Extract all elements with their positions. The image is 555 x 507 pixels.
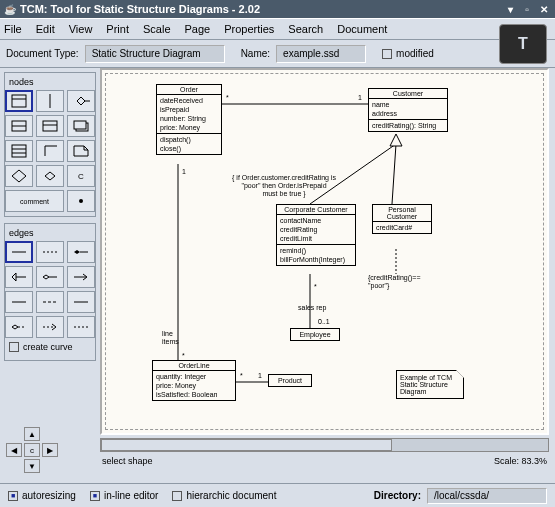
node-tool-diamond-small[interactable] bbox=[36, 165, 64, 187]
nav-left[interactable]: ◀ bbox=[6, 443, 22, 457]
node-tool-box3[interactable] bbox=[5, 140, 33, 162]
node-tool-class[interactable] bbox=[5, 90, 33, 112]
svg-rect-11 bbox=[12, 145, 26, 157]
svg-point-16 bbox=[79, 199, 83, 203]
document-bar: Document Type: Static Structure Diagram … bbox=[0, 40, 555, 68]
node-tool-line[interactable] bbox=[36, 90, 64, 112]
svg-marker-21 bbox=[12, 273, 16, 281]
svg-marker-19 bbox=[74, 250, 80, 254]
svg-marker-40 bbox=[390, 134, 402, 146]
edge-tool-a[interactable] bbox=[5, 291, 33, 313]
uml-class-order[interactable]: Order dateReceived isPrepaid number: Str… bbox=[156, 84, 222, 155]
edge-tool-f[interactable] bbox=[67, 316, 95, 338]
opt-autoresizing[interactable]: autoresizing bbox=[8, 490, 76, 501]
menubar: File Edit View Print Scale Page Properti… bbox=[0, 18, 555, 40]
edge-tool-gen[interactable] bbox=[5, 266, 33, 288]
svg-marker-15 bbox=[45, 172, 55, 180]
uml-class-employee[interactable]: Employee bbox=[290, 328, 340, 341]
uml-note[interactable]: Example of TCM Static Structure Diagram bbox=[396, 370, 464, 399]
node-tool-note[interactable] bbox=[67, 140, 95, 162]
menu-scale[interactable]: Scale bbox=[143, 23, 171, 35]
node-tool-box2[interactable] bbox=[5, 115, 33, 137]
node-tool-c[interactable]: C bbox=[67, 165, 95, 187]
menu-file[interactable]: File bbox=[4, 23, 22, 35]
edge-tool-e[interactable] bbox=[36, 316, 64, 338]
edges-title: edges bbox=[9, 228, 93, 238]
svg-rect-7 bbox=[43, 121, 57, 131]
window-title: TCM: Tool for Static Structure Diagrams … bbox=[20, 3, 260, 15]
bottom-bar: autoresizing in-line editor hierarchic d… bbox=[0, 483, 555, 507]
nodes-title: nodes bbox=[9, 77, 93, 87]
svg-text:1: 1 bbox=[182, 168, 186, 175]
create-curve-label: create curve bbox=[23, 342, 73, 352]
nodes-palette: nodes C comment bbox=[4, 72, 96, 217]
svg-text:1: 1 bbox=[258, 372, 262, 379]
constraint-text[interactable]: { if Order.customer.creditRating is "poo… bbox=[224, 174, 344, 198]
svg-line-39 bbox=[392, 144, 396, 204]
opt-hierarchic[interactable]: hierarchic document bbox=[172, 490, 276, 501]
docname-field[interactable]: example.ssd bbox=[276, 45, 366, 63]
menu-page[interactable]: Page bbox=[185, 23, 211, 35]
diagram-canvas[interactable]: * 1 1 * * 1 bbox=[105, 73, 544, 430]
app-logo: T bbox=[499, 24, 547, 64]
edge-tool-assoc[interactable] bbox=[5, 241, 33, 263]
uml-class-customer[interactable]: Customer name address creditRating(): St… bbox=[368, 88, 448, 132]
modified-checkbox[interactable] bbox=[382, 49, 392, 59]
edge-tool-dep[interactable] bbox=[36, 241, 64, 263]
uml-class-personal[interactable]: Personal Customer creditCard# bbox=[372, 204, 432, 234]
menu-document[interactable]: Document bbox=[337, 23, 387, 35]
horizontal-scrollbar[interactable] bbox=[100, 438, 549, 452]
inline-checkbox[interactable] bbox=[90, 491, 100, 501]
autoresizing-checkbox[interactable] bbox=[8, 491, 18, 501]
menu-print[interactable]: Print bbox=[106, 23, 129, 35]
uml-class-product[interactable]: Product bbox=[268, 374, 312, 387]
minimize-button[interactable]: ▾ bbox=[503, 2, 517, 16]
edge-tool-composite[interactable] bbox=[67, 241, 95, 263]
maximize-button[interactable]: ▫ bbox=[520, 2, 534, 16]
nav-down[interactable]: ▼ bbox=[24, 459, 40, 473]
edge-tool-c[interactable] bbox=[67, 291, 95, 313]
menu-search[interactable]: Search bbox=[288, 23, 323, 35]
create-curve-option[interactable]: create curve bbox=[7, 338, 93, 356]
menu-view[interactable]: View bbox=[69, 23, 93, 35]
salesrep-label: sales rep bbox=[298, 304, 326, 312]
menu-properties[interactable]: Properties bbox=[224, 23, 274, 35]
nav-up[interactable]: ▲ bbox=[24, 427, 40, 441]
node-tool-comment[interactable]: comment bbox=[5, 190, 64, 212]
dir-field[interactable]: /local/cssda/ bbox=[427, 488, 547, 504]
doctype-field[interactable]: Static Structure Diagram bbox=[85, 45, 225, 63]
uml-class-orderline[interactable]: OrderLine quantity: Integer price: Money… bbox=[152, 360, 236, 401]
nav-pad: ▲ ◀ c ▶ ▼ bbox=[6, 427, 62, 475]
svg-marker-3 bbox=[77, 97, 85, 105]
menu-edit[interactable]: Edit bbox=[36, 23, 55, 35]
node-tool-diamond-line[interactable] bbox=[67, 90, 95, 112]
svg-text:*: * bbox=[240, 372, 243, 379]
node-tool-angle[interactable] bbox=[36, 140, 64, 162]
close-button[interactable]: ✕ bbox=[537, 2, 551, 16]
opt-inline[interactable]: in-line editor bbox=[90, 490, 158, 501]
star-label: * bbox=[182, 352, 185, 360]
uml-class-corporate[interactable]: Corporate Customer contactName creditRat… bbox=[276, 204, 356, 266]
edge-tool-arrow[interactable] bbox=[67, 266, 95, 288]
svg-marker-23 bbox=[43, 275, 49, 279]
node-tool-dot[interactable] bbox=[67, 190, 95, 212]
edge-tool-b[interactable] bbox=[36, 291, 64, 313]
scrollbar-thumb[interactable] bbox=[101, 439, 392, 451]
node-tool-diamond[interactable] bbox=[5, 165, 33, 187]
canvas-area[interactable]: * 1 1 * * 1 bbox=[100, 68, 549, 435]
nav-right[interactable]: ▶ bbox=[42, 443, 58, 457]
status-left: select shape bbox=[102, 456, 153, 466]
hierarchic-checkbox[interactable] bbox=[172, 491, 182, 501]
personal-constraint[interactable]: {creditRating()== "poor"} bbox=[368, 274, 421, 290]
svg-rect-10 bbox=[74, 121, 86, 129]
svg-marker-14 bbox=[12, 170, 26, 182]
edge-tool-d[interactable] bbox=[5, 316, 33, 338]
node-tool-box2b[interactable] bbox=[36, 115, 64, 137]
edge-tool-aggr[interactable] bbox=[36, 266, 64, 288]
nav-center[interactable]: c bbox=[24, 443, 40, 457]
node-tool-box-shadow[interactable] bbox=[67, 115, 95, 137]
svg-text:*: * bbox=[314, 283, 317, 290]
create-curve-checkbox[interactable] bbox=[9, 342, 19, 352]
dir-label: Directory: bbox=[374, 490, 421, 501]
window-titlebar: ☕ TCM: Tool for Static Structure Diagram… bbox=[0, 0, 555, 18]
